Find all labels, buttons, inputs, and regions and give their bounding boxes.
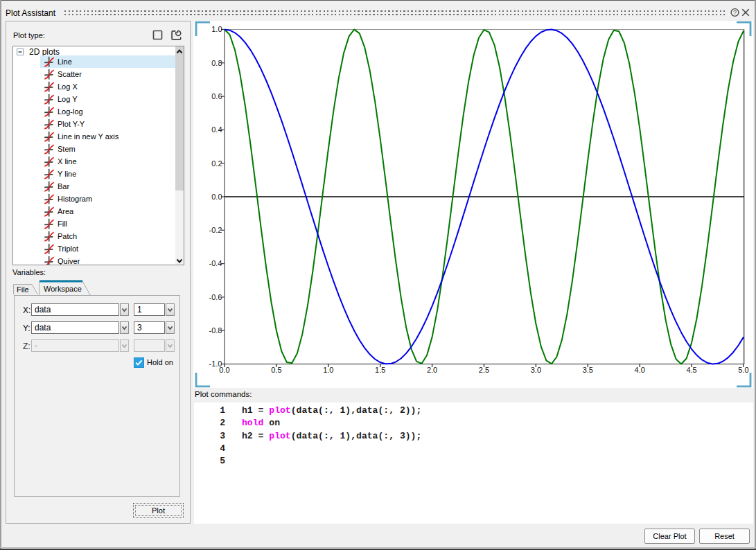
svg-text:-0.6: -0.6	[209, 293, 222, 301]
svg-text:0.2: 0.2	[211, 159, 222, 168]
svg-text:1.0: 1.0	[323, 366, 333, 374]
svg-text:-0.4: -0.4	[209, 259, 222, 267]
svg-text:0.0: 0.0	[211, 193, 222, 201]
svg-text:4.0: 4.0	[635, 366, 645, 374]
svg-text:-0.8: -0.8	[209, 326, 222, 335]
svg-text:0.8: 0.8	[211, 59, 222, 67]
svg-text:5.0: 5.0	[738, 366, 748, 374]
svg-text:3.0: 3.0	[531, 366, 541, 374]
svg-text:0.0: 0.0	[219, 366, 229, 374]
svg-text:?: ?	[733, 9, 737, 16]
svg-text:1.0: 1.0	[211, 25, 222, 33]
svg-text:0.4: 0.4	[211, 125, 222, 134]
svg-text:0.5: 0.5	[271, 366, 281, 374]
svg-text:-0.2: -0.2	[209, 226, 222, 234]
svg-text:2.5: 2.5	[479, 366, 489, 374]
svg-text:4.5: 4.5	[686, 366, 696, 374]
svg-text:1.5: 1.5	[375, 366, 385, 374]
svg-text:3.5: 3.5	[583, 366, 593, 374]
svg-text:2.0: 2.0	[427, 366, 437, 374]
svg-text:Workspace: Workspace	[44, 285, 82, 293]
svg-text:0.6: 0.6	[211, 92, 222, 100]
svg-text:File: File	[17, 285, 29, 294]
